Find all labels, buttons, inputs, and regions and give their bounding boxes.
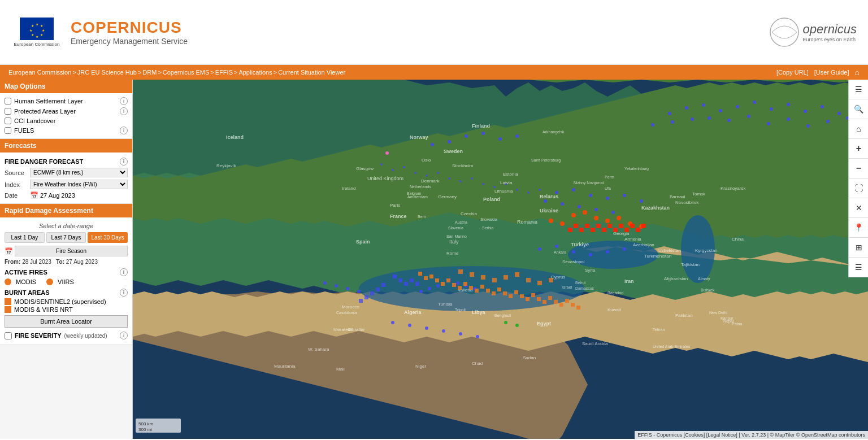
layers-toolbar-button[interactable]: ☰ xyxy=(849,258,868,277)
breadcrumb-item[interactable]: JRC EU Science Hub xyxy=(77,69,137,76)
svg-point-86 xyxy=(425,326,428,330)
last30days-button[interactable]: Last 30 Days xyxy=(88,232,128,243)
fuels-info-icon[interactable]: i xyxy=(120,127,128,134)
fire-danger-label: FIRE DANGER FORECAST i xyxy=(5,155,128,167)
human-settlement-checkbox[interactable] xyxy=(5,98,11,104)
svg-rect-250 xyxy=(613,228,618,232)
svg-point-90 xyxy=(465,134,468,138)
svg-point-14 xyxy=(668,112,671,115)
home-nav-icon[interactable]: ⌂ xyxy=(855,68,860,77)
svg-point-259 xyxy=(504,321,507,324)
svg-point-92 xyxy=(498,137,502,141)
search-toolbar-button[interactable]: 🔍 xyxy=(849,99,868,119)
calendar-icon[interactable]: 📅 xyxy=(30,191,38,199)
fire-season-button[interactable]: Fire Season xyxy=(15,246,128,256)
svg-point-23 xyxy=(821,105,824,108)
svg-rect-226 xyxy=(531,293,535,297)
svg-text:Austria: Austria xyxy=(455,220,467,224)
forecasts-header: Forecasts xyxy=(0,139,132,153)
svg-text:Gibraltar: Gibraltar xyxy=(348,327,365,332)
fire-severity-checkbox[interactable] xyxy=(5,332,12,339)
left-panel: Map Options Human Settlement Layer i Pro… xyxy=(0,80,133,439)
human-settlement-info-icon[interactable]: i xyxy=(120,97,128,105)
svg-text:Tehran: Tehran xyxy=(653,328,665,332)
svg-point-41 xyxy=(606,197,609,200)
svg-point-45 xyxy=(561,202,564,206)
breadcrumb-links: European Commission > JRC EU Science Hub… xyxy=(8,69,345,76)
svg-point-19 xyxy=(753,101,756,104)
header: ★ ★ ★ ★ ★ ★ ★ ★ European Commission COPE… xyxy=(0,0,868,65)
svg-rect-219 xyxy=(492,291,496,295)
map-area[interactable]: Iceland Finland Sweden Norway Estonia La… xyxy=(133,80,868,439)
close-toolbar-button[interactable]: ✕ xyxy=(849,198,868,218)
location-button[interactable]: 📍 xyxy=(849,218,868,238)
last1day-button[interactable]: Last 1 Day xyxy=(5,232,45,243)
svg-point-101 xyxy=(437,172,439,174)
svg-rect-253 xyxy=(630,224,635,228)
last7days-button[interactable]: Last 7 Days xyxy=(46,232,86,243)
protected-areas-checkbox[interactable] xyxy=(5,108,11,115)
copernicus-logo: opernicus Europe's eyes on Earth xyxy=(769,17,857,48)
active-fires-header: ACTIVE FIRES i xyxy=(5,266,128,277)
svg-point-104 xyxy=(471,177,473,180)
svg-rect-216 xyxy=(475,289,479,293)
active-fires-info-icon[interactable]: i xyxy=(120,268,128,276)
menu-toolbar-button[interactable]: ☰ xyxy=(849,80,868,99)
calendar2-icon[interactable]: 📅 xyxy=(5,247,13,255)
svg-point-81 xyxy=(335,284,338,287)
map-options-header: Map Options xyxy=(0,80,132,93)
zoom-in-button[interactable]: + xyxy=(849,139,868,159)
modis-label: MODIS xyxy=(16,278,36,285)
fullscreen-button[interactable]: ⛶ xyxy=(849,178,868,198)
svg-rect-241 xyxy=(376,287,380,291)
app-title: COPERNICUS xyxy=(71,19,188,37)
svg-text:Spain: Spain xyxy=(356,239,370,245)
user-guide-button[interactable]: [User Guide] xyxy=(814,69,849,76)
svg-text:Mauritania: Mauritania xyxy=(274,364,296,369)
svg-point-53 xyxy=(606,250,609,254)
select-date-range-text: Select a date-range xyxy=(5,220,128,230)
svg-rect-256 xyxy=(579,228,584,232)
svg-text:Estonia: Estonia xyxy=(503,172,518,177)
svg-rect-209 xyxy=(435,278,439,282)
modis-viirs-square xyxy=(5,306,11,313)
grid-button[interactable]: ⊞ xyxy=(849,238,868,258)
svg-text:Stockholm: Stockholm xyxy=(452,163,474,168)
svg-text:Türkiye: Türkiye xyxy=(571,242,589,247)
svg-rect-211 xyxy=(446,278,450,282)
svg-rect-206 xyxy=(418,272,422,276)
fire-danger-info-icon[interactable]: i xyxy=(120,158,128,165)
svg-rect-243 xyxy=(364,295,368,299)
svg-rect-228 xyxy=(542,300,546,304)
svg-text:W. Sahara: W. Sahara xyxy=(308,347,329,352)
breadcrumb-item[interactable]: Copernicus EMS xyxy=(163,69,210,76)
breadcrumb-item[interactable]: Applications xyxy=(238,69,272,76)
protected-areas-info-icon[interactable]: i xyxy=(120,107,128,115)
svg-rect-212 xyxy=(452,283,456,287)
svg-rect-217 xyxy=(480,285,484,289)
svg-rect-242 xyxy=(370,291,374,295)
svg-rect-232 xyxy=(565,299,569,303)
fire-severity-info-icon[interactable]: i xyxy=(120,332,128,339)
fuels-checkbox[interactable] xyxy=(5,127,11,134)
copy-url-button[interactable]: [Copy URL] xyxy=(776,69,809,76)
breadcrumb-item[interactable]: EFFIS xyxy=(215,69,233,76)
main-container: Map Options Human Settlement Layer i Pro… xyxy=(0,80,868,439)
breadcrumb-item[interactable]: DRM xyxy=(142,69,157,76)
burnt-areas-info-icon[interactable]: i xyxy=(120,289,128,297)
burnt-area-locator-button[interactable]: Burnt Area Locator xyxy=(5,315,128,328)
svg-point-108 xyxy=(516,189,518,191)
svg-text:Damascus: Damascus xyxy=(575,286,594,290)
date-range-text: From: 28 Jul 2023 To: 27 Aug 2023 xyxy=(5,258,128,266)
date-input-group: 📅 27 Aug 2023 xyxy=(30,191,128,199)
eu-flag: ★ ★ ★ ★ ★ ★ ★ ★ xyxy=(20,18,54,40)
index-select[interactable]: Fire Weather Index (FWI) xyxy=(30,180,128,189)
zoom-out-button[interactable]: − xyxy=(849,159,868,178)
breadcrumb-item[interactable]: European Commission xyxy=(8,69,71,76)
svg-text:★: ★ xyxy=(29,29,32,32)
source-select[interactable]: ECMWF (8 km res.) xyxy=(30,168,128,177)
cci-landcover-checkbox[interactable] xyxy=(5,117,11,124)
fuels-row: FUELS i xyxy=(5,125,128,136)
home-toolbar-button[interactable]: ⌂ xyxy=(849,119,868,139)
svg-rect-257 xyxy=(574,224,578,228)
